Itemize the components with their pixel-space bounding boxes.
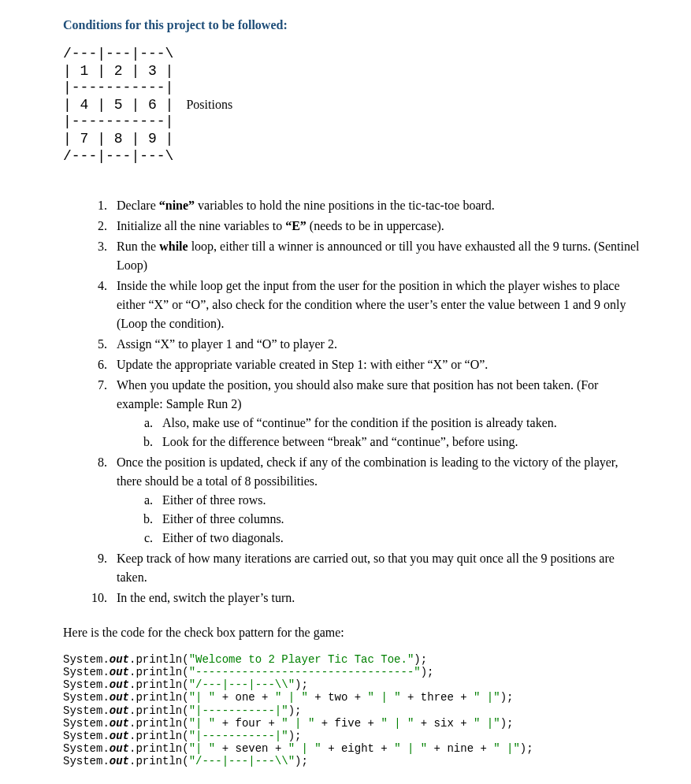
list-item: Initialize all the nine variables to “E”…	[110, 217, 644, 236]
list-item: Declare “nine” variables to hold the nin…	[110, 196, 644, 215]
list-item: Keep track of how many iterations are ca…	[110, 549, 644, 587]
list-item: When you update the position, you should…	[110, 376, 644, 451]
board-line: |-----------|	[63, 113, 173, 129]
list-item: Either of three rows.	[156, 491, 644, 510]
list-item: Either of two diagonals.	[156, 529, 644, 548]
section-heading: Conditions for this project to be follow…	[63, 16, 644, 35]
board-line: | 4 | 5 | 6 |	[63, 97, 173, 113]
sub-list: Either of three rows. Either of three co…	[140, 491, 644, 548]
list-item: Update the appropriate variable created …	[110, 355, 644, 374]
board-line: |-----------|	[63, 80, 173, 95]
positions-label: Positions	[180, 98, 232, 111]
list-item: In the end, switch the player’s turn.	[110, 589, 644, 608]
list-item: Assign “X” to player 1 and “O” to player…	[110, 335, 644, 354]
bold-text: “nine”	[159, 199, 195, 212]
code-intro-paragraph: Here is the code for the check box patte…	[63, 623, 644, 642]
board-line: /---|---|---\	[63, 148, 173, 164]
list-item: Once the position is updated, check if a…	[110, 453, 644, 548]
instructions-list: Declare “nine” variables to hold the nin…	[95, 196, 644, 608]
board-line: /---|---|---\	[63, 46, 173, 61]
board-line: | 7 | 8 | 9 |	[63, 131, 173, 147]
list-item: Inside the while loop get the input from…	[110, 277, 644, 333]
list-item: Either of three columns.	[156, 510, 644, 529]
sub-list: Also, make use of “continue” for the con…	[140, 414, 644, 451]
list-item: Also, make use of “continue” for the con…	[156, 414, 644, 433]
list-item: Look for the difference between “break” …	[156, 433, 644, 451]
board-line: | 1 | 2 | 3 |	[63, 63, 173, 79]
java-code-block: System.out.println("Welcome to 2 Player …	[63, 653, 644, 767]
bold-text: while	[159, 240, 188, 253]
bold-text: “E”	[285, 219, 306, 232]
tictactoe-board-ascii: /---|---|---\ | 1 | 2 | 3 | |-----------…	[63, 46, 644, 165]
list-item: Run the while loop, either till a winner…	[110, 237, 644, 275]
